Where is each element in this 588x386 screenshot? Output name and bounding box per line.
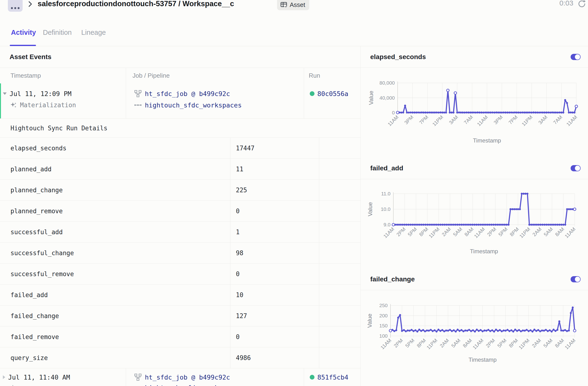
breadcrumb-menu-button[interactable] xyxy=(8,0,23,12)
svg-text:Value: Value xyxy=(367,202,373,216)
detail-key: planned_remove xyxy=(10,201,63,221)
svg-text:7PM: 7PM xyxy=(418,114,429,125)
svg-text:5AM: 5AM xyxy=(450,337,462,349)
chart-title-failed-change: failed_change xyxy=(370,276,415,283)
svg-text:5PM: 5PM xyxy=(498,226,509,237)
page-title: salesforceproductiondonottouch-53757 / W… xyxy=(38,0,234,8)
svg-text:7AM: 7AM xyxy=(463,114,474,125)
asset-table-icon xyxy=(280,1,288,9)
tab-lineage[interactable]: Lineage xyxy=(81,29,106,37)
detail-row: planned_add 11 xyxy=(0,159,360,180)
events-table-header: Timestamp Job / Pipeline Run xyxy=(0,68,360,83)
elapsed-seconds-toggle[interactable] xyxy=(571,54,581,60)
event-row-expanded[interactable]: Jul 11, 12:09 PM Materialization ht_sfdc… xyxy=(0,83,360,118)
detail-row: query_size 4986 xyxy=(0,347,360,368)
svg-text:11PM: 11PM xyxy=(518,226,531,239)
chart-title-elapsed-seconds: elapsed_seconds xyxy=(370,53,426,61)
svg-text:2AM: 2AM xyxy=(531,337,542,349)
svg-text:11PM: 11PM xyxy=(425,337,438,350)
svg-text:2PM: 2PM xyxy=(396,226,407,237)
expand-row-icon[interactable] xyxy=(3,375,5,379)
materialization-sparkles-icon xyxy=(10,102,17,109)
detail-value: 225 xyxy=(236,180,247,200)
svg-text:11AM: 11AM xyxy=(471,337,484,350)
event-timestamp: Jul 11, 12:09 PM xyxy=(10,90,71,97)
detail-value: 98 xyxy=(236,243,243,263)
event-row-collapsed[interactable]: Jul 11, 11:40 AM ht_sfdc_job @ b499c92c … xyxy=(0,368,360,386)
svg-text:5AM: 5AM xyxy=(542,337,553,349)
asset-type-badge: Asset xyxy=(277,0,309,10)
failed-add-toggle[interactable] xyxy=(571,165,581,171)
chart-title-failed-add: failed_add xyxy=(370,164,403,172)
detail-value: 127 xyxy=(236,305,247,326)
detail-key: failed_add xyxy=(10,284,48,305)
collapse-row-icon[interactable] xyxy=(3,92,7,95)
tab-activity[interactable]: Activity xyxy=(11,29,36,37)
svg-text:Timestamp: Timestamp xyxy=(469,356,497,363)
svg-text:11AM: 11AM xyxy=(382,226,395,239)
run-id-link[interactable]: 80c0556a xyxy=(317,90,348,97)
detail-row: successful_change 98 xyxy=(0,243,360,263)
svg-text:3PM: 3PM xyxy=(403,114,414,125)
job-hierarchy-icon xyxy=(134,373,142,381)
svg-text:8AM: 8AM xyxy=(554,226,565,237)
detail-row: failed_remove 0 xyxy=(0,326,360,347)
detail-value: 0 xyxy=(236,201,240,221)
pipeline-icon xyxy=(134,101,142,109)
col-job-pipeline: Job / Pipeline xyxy=(132,68,170,83)
svg-text:Value: Value xyxy=(366,314,373,328)
svg-text:7PM: 7PM xyxy=(507,114,519,125)
svg-text:5PM: 5PM xyxy=(496,337,507,349)
detail-row: successful_add 1 xyxy=(0,222,360,243)
ellipsis-icon xyxy=(11,7,13,9)
tab-definition[interactable]: Definition xyxy=(43,29,72,37)
svg-text:11AM: 11AM xyxy=(565,114,578,127)
svg-text:3AM: 3AM xyxy=(537,114,548,125)
metrics-panel: elapsed_seconds 040,00080,00011AM3PM7PM1… xyxy=(361,46,588,386)
job-link[interactable]: ht_sfdc_job @ b499c92c xyxy=(145,90,230,97)
detail-row: planned_change 225 xyxy=(0,180,360,201)
svg-text:11AM: 11AM xyxy=(387,114,399,127)
asset-badge-label: Asset xyxy=(290,1,305,9)
svg-text:5AM: 5AM xyxy=(452,226,463,237)
pipeline-icon xyxy=(134,384,142,386)
pipeline-link[interactable]: hightouch_sfdc_workspaces xyxy=(145,384,242,386)
detail-key: planned_add xyxy=(10,159,51,179)
job-hierarchy-icon xyxy=(134,90,142,98)
detail-row: planned_remove 0 xyxy=(0,201,360,222)
pipeline-link[interactable]: hightouch_sfdc_workspaces xyxy=(145,102,242,109)
svg-text:2PM: 2PM xyxy=(485,337,496,349)
run-id-link[interactable]: 851f5cb4 xyxy=(317,374,348,381)
detail-value: 0 xyxy=(236,263,240,284)
failed-change-toggle[interactable] xyxy=(571,276,581,282)
run-status-dot xyxy=(310,91,315,96)
run-details-title: Hightouch Sync Run Details xyxy=(0,118,360,138)
svg-text:8PM: 8PM xyxy=(416,337,427,349)
job-link[interactable]: ht_sfdc_job @ b499c92c xyxy=(145,374,230,381)
refresh-icon[interactable] xyxy=(578,0,586,9)
svg-text:Timestamp: Timestamp xyxy=(470,248,498,255)
svg-text:8PM: 8PM xyxy=(418,226,429,237)
failed-add-chart: 9.010.011.011AM2PM5PM8PM11PM2AM5AM8AM11A… xyxy=(361,181,588,262)
svg-text:0: 0 xyxy=(392,110,395,115)
asset-events-panel: Asset Events Timestamp Job / Pipeline Ru… xyxy=(0,46,361,386)
svg-text:11PM: 11PM xyxy=(428,226,441,239)
detail-value: 17447 xyxy=(236,138,254,158)
svg-text:11AM: 11AM xyxy=(476,114,489,127)
svg-text:3AM: 3AM xyxy=(448,114,459,125)
svg-text:2AM: 2AM xyxy=(441,226,452,237)
detail-value: 4986 xyxy=(236,347,251,368)
svg-text:250: 250 xyxy=(379,303,388,308)
col-timestamp: Timestamp xyxy=(10,68,41,83)
breadcrumb-chevron-icon xyxy=(27,0,34,9)
svg-text:8PM: 8PM xyxy=(508,337,519,349)
event-timestamp: Jul 11, 11:40 AM xyxy=(8,374,70,381)
svg-text:5AM: 5AM xyxy=(543,226,554,237)
detail-key: successful_change xyxy=(10,243,74,263)
detail-key: failed_remove xyxy=(10,326,59,347)
detail-key: failed_change xyxy=(10,305,59,326)
svg-text:80,000: 80,000 xyxy=(379,80,395,86)
svg-text:11AM: 11AM xyxy=(473,226,486,239)
svg-text:11PM: 11PM xyxy=(521,114,533,127)
app-screen: salesforceproductiondonottouch-53757 / W… xyxy=(0,0,588,386)
